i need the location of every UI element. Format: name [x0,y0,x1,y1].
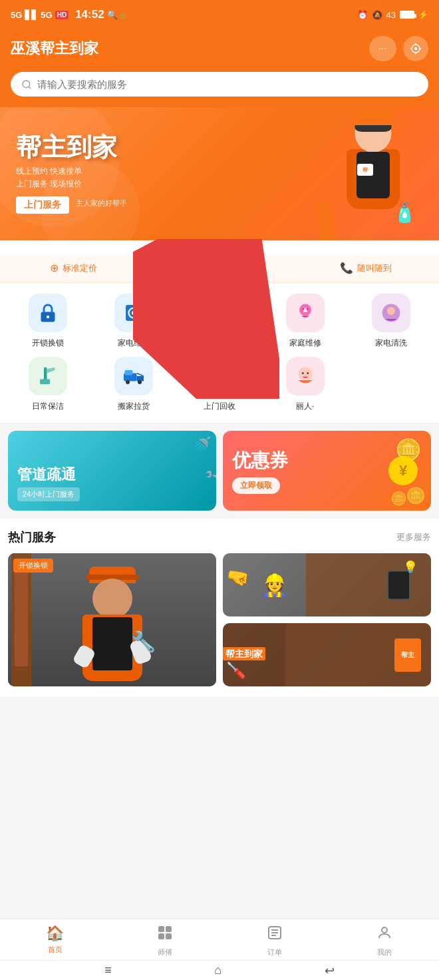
svg-point-21 [387,307,395,315]
signal-5g-1: 5G [11,10,22,20]
svg-point-18 [302,308,304,310]
worker-right-bottom: 帮主到家 [223,626,265,663]
install-tool: 🪛 [226,661,246,680]
battery-icon [400,11,414,19]
charging-icon: ⚡ [418,10,428,19]
master-nav-icon [157,925,173,945]
signal-bars: ▋▋ [25,10,38,20]
feature-pricing: ⊕ 标准定价 [0,262,146,274]
svg-point-9 [47,316,50,319]
promo-section: 管道疏通 24小时上门服务 🔧 🚿 优惠券 [0,423,439,519]
bottom-spacer [0,697,439,777]
nav-item-home[interactable]: 🏠 首页 [0,925,110,957]
cleaning-svg [36,364,60,388]
master-nav-label: 师傅 [158,947,172,957]
promo-coupon-title: 优惠券 [232,448,288,473]
promo-coupon[interactable]: 优惠券 立即领取 🪙 🪙 🪙 ¥ [223,431,431,511]
hot-section: 热门服务 更多服务 [0,519,439,697]
service-appliance-clean[interactable]: 家电清洗 [348,294,434,349]
flashlight: 💡 [403,560,418,575]
svg-rect-22 [44,368,47,381]
hot-grid: 🔧 开锁换锁 🤜 👷 [8,553,431,686]
service-repair-icon-bg [286,294,325,332]
svg-point-19 [306,308,308,310]
profile-nav-icon [376,925,392,945]
pricing-icon: ⊕ [50,262,59,274]
worker-figure: 🔧 [66,560,159,686]
feature-pricing-text: 标准定价 [63,262,97,274]
search-input[interactable] [37,79,418,90]
svg-point-25 [126,380,130,384]
hot-card-top-right-bg: 🤜 👷 💡 [223,553,431,616]
home-nav-icon: 🏠 [46,925,64,942]
bathroom-icon: 🚿 [193,436,211,453]
target-icon [410,43,422,55]
person-hat [353,111,393,125]
svg-rect-42 [158,933,164,939]
order-nav-icon [267,925,283,945]
nav-item-master[interactable]: 师傅 [110,925,220,957]
camera-button[interactable] [403,36,428,61]
service-clean-icon-bg [372,294,410,332]
status-left: 5G ▋▋ 5G HD 14:52 🔍 ⌂ [11,8,125,21]
promo-coupon-btn[interactable]: 立即领取 [232,477,280,494]
hot-card-bottom-right[interactable]: 帮主 帮主到家 🪛 [223,623,431,686]
svg-line-39 [186,279,231,366]
svg-point-30 [302,372,304,374]
person-illustration: 🧴 帮 [323,111,423,237]
nav-item-order[interactable]: 订单 [220,925,329,957]
mute-icon: 🔕 [372,10,382,20]
worker-small: 👷 [223,553,327,616]
search-status-icon: 🔍 [107,10,118,20]
more-button[interactable]: ··· [369,36,396,61]
gesture-menu[interactable]: ≡ [104,963,112,977]
search-bar [11,72,428,97]
hot-card-bottom-right-bg: 帮主 帮主到家 🪛 [223,623,431,686]
service-lock[interactable]: 开锁换锁 [5,294,91,349]
svg-point-48 [382,927,387,933]
service-lock-label: 开锁换锁 [32,338,64,349]
search-section [0,72,439,107]
svg-rect-37 [176,248,182,263]
person-badge: 帮 [357,164,373,176]
banner-section: 帮主到家 线上预约 快速接单 上门服务 现场报价 上门服务 主人家的好帮手 [0,107,439,254]
service-recycle-label: 上门回收 [204,401,235,412]
svg-rect-40 [158,926,164,932]
svg-rect-36 [167,247,174,263]
svg-line-7 [29,87,31,89]
alarm-icon: ⏰ [357,10,368,20]
svg-point-0 [414,47,418,51]
nav-item-profile[interactable]: 我的 [329,925,439,957]
app-title: 巫溪帮主到家 [11,39,98,59]
hot-card-top-right[interactable]: 🤜 👷 💡 [223,553,431,616]
service-cleaning-icon-bg [29,357,67,395]
promo-pipe[interactable]: 管道疏通 24小时上门服务 🔧 🚿 [8,431,216,511]
order-icon [267,925,283,941]
bottom-nav: 🏠 首页 师傅 [0,919,439,980]
gesture-home[interactable]: ⌂ [214,963,221,977]
banner[interactable]: 帮主到家 线上预约 快速接单 上门服务 现场报价 上门服务 主人家的好帮手 [0,107,439,240]
person-tool: 🧴 [393,202,416,224]
profile-nav-label: 我的 [377,947,392,957]
door-panel [15,567,28,666]
person-icon [376,925,392,941]
red-arrow-svg [133,239,279,399]
svg-rect-23 [40,379,50,385]
service-lock-icon-bg [29,294,67,332]
battery-text: 43 [386,10,396,20]
gesture-back[interactable]: ↩ [325,963,335,978]
hot-card-large[interactable]: 🔧 开锁换锁 [8,553,216,686]
order-nav-label: 订单 [267,947,282,957]
service-cleaning[interactable]: 日常保洁 [5,357,91,412]
coin-icon-2: 🪙 [406,487,426,505]
svg-point-6 [23,81,30,88]
hot-header: 热门服务 更多服务 [8,529,431,545]
home-nav-label: 首页 [48,945,63,955]
feature-oncall: 📞 随叫随到 [293,262,439,274]
gesture-nav: ≡ ⌂ ↩ [0,960,439,980]
hot-more[interactable]: 更多服务 [396,531,431,543]
clean-svg [379,301,403,325]
plumber-wrench: 🔧 [204,465,216,487]
service-beauty-label: 丽人· [296,401,314,412]
svg-rect-41 [166,926,172,932]
